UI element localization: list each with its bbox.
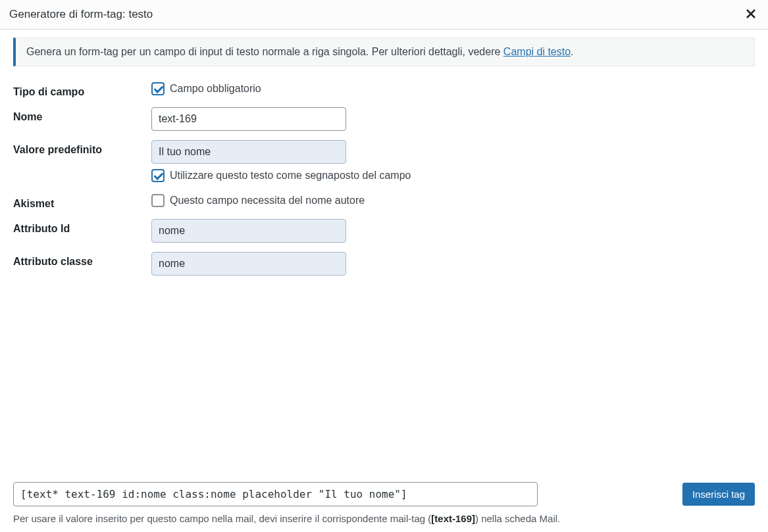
label-default-value: Valore predefinito bbox=[13, 137, 151, 156]
hint-after: ) nella scheda Mail. bbox=[475, 513, 560, 524]
row-name: Nome bbox=[13, 105, 755, 131]
row-default-value: Valore predefinito Utilizzare questo tes… bbox=[13, 137, 755, 185]
hint-before: Per usare il valore inserito per questo … bbox=[13, 513, 431, 524]
close-icon[interactable] bbox=[743, 5, 759, 24]
tag-output[interactable] bbox=[13, 482, 538, 506]
banner-link[interactable]: Campi di testo bbox=[503, 46, 571, 57]
required-checkbox-label[interactable]: Campo obbligatorio bbox=[170, 83, 261, 95]
info-banner: Genera un form-tag per un campo di input… bbox=[13, 37, 755, 66]
insert-tag-button[interactable]: Inserisci tag bbox=[682, 483, 755, 506]
label-akismet: Akismet bbox=[13, 191, 151, 210]
dialog-title: Generatore di form-tag: testo bbox=[9, 8, 153, 21]
akismet-checkbox-label[interactable]: Questo campo necessita del nome autore bbox=[170, 195, 365, 206]
label-id-attr: Attributo Id bbox=[13, 216, 151, 235]
dialog-body: Genera un form-tag per un campo di input… bbox=[0, 37, 768, 276]
footer-hint: Per usare il valore inserito per questo … bbox=[13, 513, 755, 524]
name-input[interactable] bbox=[151, 107, 346, 131]
label-class-attr: Attributo classe bbox=[13, 249, 151, 268]
row-id-attr: Attributo Id bbox=[13, 216, 755, 243]
row-field-type: Tipo di campo Campo obbligatorio bbox=[13, 80, 755, 98]
placeholder-checkbox-label[interactable]: Utilizzare questo testo come segnaposto … bbox=[170, 170, 411, 181]
placeholder-checkbox[interactable] bbox=[151, 169, 165, 182]
form-table: Tipo di campo Campo obbligatorio Nome Va… bbox=[13, 80, 755, 276]
row-akismet: Akismet Questo campo necessita del nome … bbox=[13, 191, 755, 210]
class-attr-input[interactable] bbox=[151, 252, 346, 276]
dialog-header: Generatore di form-tag: testo bbox=[0, 0, 768, 30]
row-class-attr: Attributo classe bbox=[13, 249, 755, 276]
label-name: Nome bbox=[13, 105, 151, 123]
required-checkbox[interactable] bbox=[151, 82, 165, 95]
hint-mailtag: [text-169] bbox=[431, 513, 475, 524]
default-value-input[interactable] bbox=[151, 140, 346, 164]
dialog-footer: Inserisci tag Per usare il valore inseri… bbox=[0, 472, 768, 532]
banner-text-before: Genera un form-tag per un campo di input… bbox=[26, 46, 503, 57]
id-attr-input[interactable] bbox=[151, 219, 346, 243]
akismet-checkbox[interactable] bbox=[151, 194, 165, 207]
label-field-type: Tipo di campo bbox=[13, 80, 151, 98]
banner-text-after: . bbox=[571, 46, 573, 57]
